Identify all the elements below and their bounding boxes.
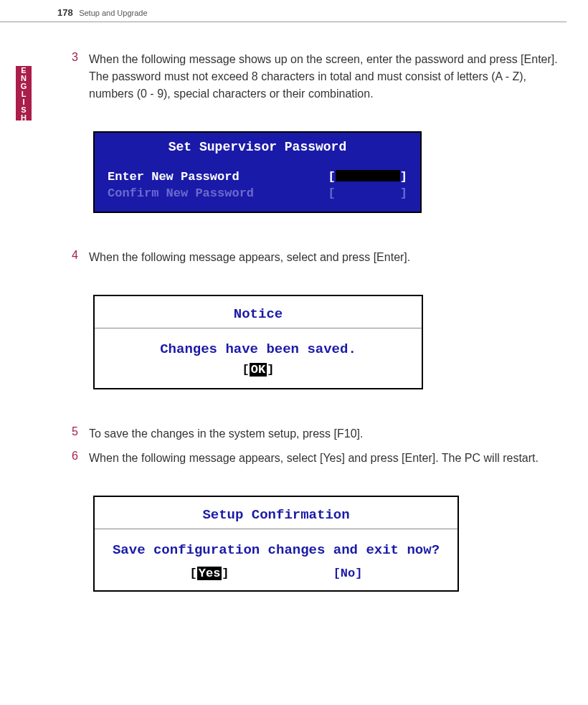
page-number: 178 [57, 7, 73, 18]
confirm-password-row: Confirm New Password [] [108, 185, 407, 202]
dialog-message: Save configuration changes and exit now? [95, 538, 457, 564]
confirm-input-field[interactable] [336, 186, 400, 198]
step-6: 6 When the following message appears, se… [72, 450, 566, 467]
step-number: 6 [72, 450, 89, 467]
bracket-left: [ [328, 186, 336, 200]
language-tab: ENGLISH [16, 66, 32, 120]
notice-dialog: Notice Changes have been saved. [OK] [93, 295, 423, 389]
password-input-field[interactable] [336, 170, 400, 181]
bios-dialog-body: Enter New Password [] Confirm New Passwo… [95, 164, 420, 212]
step-5: 5 To save the changes in the system setu… [72, 425, 566, 443]
enter-password-row: Enter New Password [] [108, 169, 407, 185]
bios-dialog-title: Set Supervisor Password [95, 133, 420, 164]
step-text: When the following message appears, sele… [89, 249, 410, 266]
page-header: 178 Setup and Upgrade [0, 0, 566, 22]
step-4: 4 When the following message appears, se… [72, 249, 566, 266]
step-text: When the following message shows up on t… [89, 51, 566, 103]
section-title: Setup and Upgrade [79, 9, 147, 17]
setup-confirmation-dialog: Setup Confirmation Save configuration ch… [93, 496, 459, 592]
step-text: To save the changes in the system setup,… [89, 425, 363, 443]
step-text: When the following message appears, sele… [89, 450, 539, 467]
ok-button[interactable]: [OK] [242, 363, 275, 377]
step-3: 3 When the following message shows up on… [72, 51, 566, 103]
dialog-title: Setup Confirmation [95, 497, 457, 529]
confirm-password-label: Confirm New Password [108, 186, 328, 200]
dialog-title: Notice [95, 296, 422, 328]
enter-password-label: Enter New Password [108, 170, 328, 184]
dialog-buttons: [Yes] [No] [95, 564, 457, 590]
dialog-message: Changes have been saved. [95, 337, 422, 361]
yes-button[interactable]: [Yes] [190, 567, 229, 580]
bios-password-dialog: Set Supervisor Password Enter New Passwo… [93, 131, 422, 213]
step-number: 5 [72, 425, 89, 443]
step-number: 4 [72, 249, 89, 266]
bracket-left: [ [328, 170, 336, 184]
divider [95, 328, 422, 328]
step-number: 3 [72, 51, 89, 103]
bracket-right: ] [400, 170, 407, 184]
no-button[interactable]: [No] [333, 567, 363, 580]
content-area: 3 When the following message shows up on… [0, 22, 588, 592]
dialog-buttons: [OK] [95, 361, 422, 388]
divider [95, 529, 457, 529]
bracket-right: ] [400, 186, 407, 200]
